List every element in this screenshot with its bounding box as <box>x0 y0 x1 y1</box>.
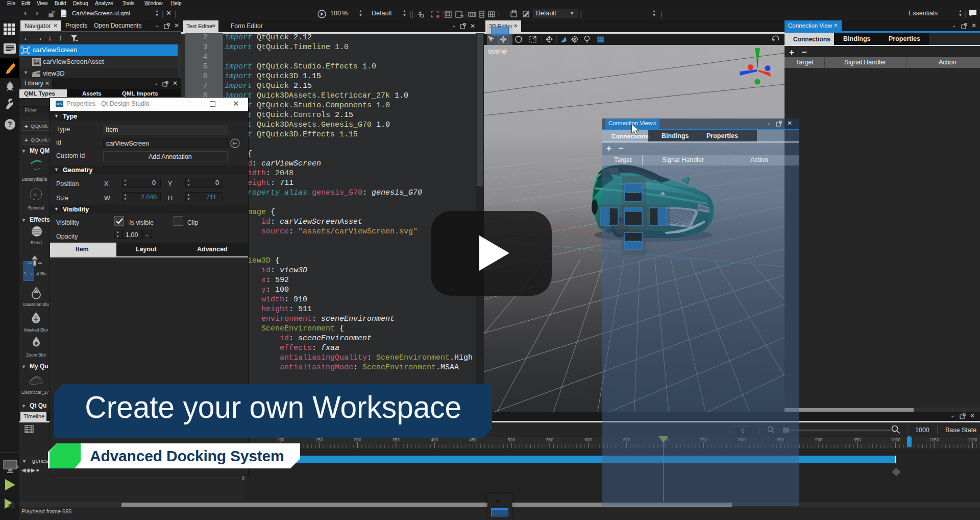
svg-text:400: 400 <box>431 437 438 442</box>
svg-text:250: 250 <box>315 437 323 442</box>
svg-text:200: 200 <box>277 437 284 442</box>
svg-text:450: 450 <box>469 437 476 442</box>
svg-text:qml: qml <box>62 14 67 17</box>
svg-text:500: 500 <box>508 437 515 442</box>
svg-text:550: 550 <box>546 437 553 442</box>
svg-text:900: 900 <box>815 437 822 442</box>
svg-text:350: 350 <box>393 437 400 442</box>
svg-text:1100: 1100 <box>968 437 977 442</box>
svg-text:600: 600 <box>584 437 592 442</box>
svg-text:950: 950 <box>853 437 861 442</box>
svg-text:300: 300 <box>354 437 361 442</box>
svg-text:1050: 1050 <box>929 437 939 442</box>
svg-text:A: A <box>34 192 37 197</box>
svg-text:1000: 1000 <box>891 437 900 442</box>
